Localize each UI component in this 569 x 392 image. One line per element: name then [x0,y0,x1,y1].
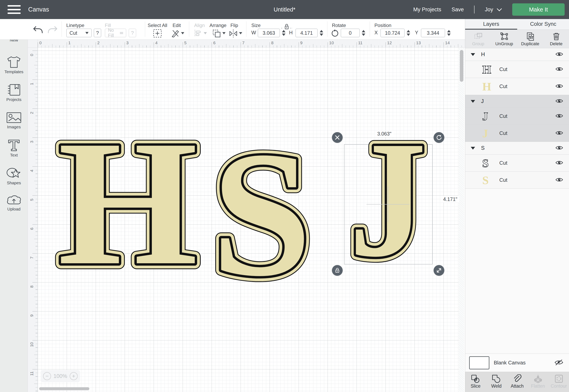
x-stepper[interactable] [405,28,412,37]
group-icon [474,32,483,41]
x-input[interactable]: 10.724 [380,28,405,37]
select-all-icon[interactable] [153,29,162,38]
sidebar-item-images[interactable]: Images [0,112,28,129]
height-stepper[interactable] [318,28,325,37]
width-input[interactable]: 3.063 [258,28,280,37]
arrange-icon[interactable] [212,29,221,38]
fill-value: No Fill [108,28,120,38]
layer-row-H-outline[interactable]: HCut [465,61,569,78]
layer-row-S-outline[interactable]: SCut [465,154,569,172]
deselect-handle[interactable] [332,132,343,143]
sidebar-item-upload[interactable]: Upload [0,195,28,211]
collapse-triangle-icon[interactable] [471,100,475,103]
weld-button[interactable]: Weld [486,372,507,392]
document-title[interactable]: Untitled* [274,0,295,19]
tab-layers[interactable]: Layers [465,19,517,29]
layer-row-H-fill[interactable]: HCut [465,78,569,95]
delete-button[interactable]: Delete [543,30,569,48]
machine-selector[interactable]: Joy [485,7,501,13]
sidebar-item-shapes[interactable]: Shapes [0,167,28,185]
resize-handle[interactable] [434,265,444,276]
eye-icon[interactable] [555,98,563,105]
eye-icon[interactable] [555,83,563,90]
eye-icon[interactable] [555,177,563,183]
text-icon [7,139,20,152]
layer-row-J-fill[interactable]: JCut [465,125,569,142]
eye-icon[interactable] [555,130,563,137]
sidebar-item-projects[interactable]: Projects [0,84,28,102]
save-link[interactable]: Save [452,7,464,13]
edit-caret-icon[interactable] [181,32,184,34]
rotate-stepper[interactable] [360,28,367,37]
x-label: X [374,30,378,36]
eye-icon[interactable] [555,51,563,58]
flip-icon[interactable] [229,29,238,38]
svg-text:S: S [482,157,489,170]
zoom-in-button[interactable]: + [70,372,78,380]
menu-icon[interactable] [8,5,21,14]
vertical-scrollbar-thumb[interactable] [460,50,463,82]
eye-icon[interactable] [555,113,563,119]
layer-linetype-label: Cut [499,83,507,89]
align-caret-icon[interactable] [204,32,207,34]
canvas-color-swatch[interactable] [469,356,489,369]
fill-help-button[interactable]: ? [129,28,136,37]
height-input[interactable]: 4.171 [295,28,318,37]
linetype-dropdown[interactable]: Cut [66,28,92,37]
eye-icon[interactable] [555,160,563,166]
arrange-caret-icon[interactable] [222,32,226,34]
layer-group-header-H[interactable]: H [465,48,569,61]
group-button[interactable]: Group [465,30,491,48]
align-icon[interactable] [194,29,203,37]
ruler-number: 6 [29,225,35,233]
make-it-button[interactable]: Make It [512,3,565,16]
linetype-label: Linetype [66,23,84,28]
flatten-button[interactable]: Flatten [527,372,548,392]
toolbar-divider [61,21,62,37]
size-lock-icon[interactable] [281,23,293,30]
undo-icon[interactable] [33,26,43,34]
collapse-triangle-icon[interactable] [471,53,475,56]
rotate-input[interactable]: 0 [341,28,360,37]
duplicate-button[interactable]: Duplicate [517,30,543,48]
edit-icon[interactable] [171,29,180,38]
tab-color-sync[interactable]: Color Sync [517,19,569,29]
attach-button[interactable]: Attach [507,372,528,392]
redo-icon[interactable] [47,26,58,34]
eye-icon[interactable] [555,66,563,73]
vertical-scrollbar-track[interactable] [459,48,464,392]
rotate-handle[interactable] [434,132,444,143]
layer-row-J-outline[interactable]: JCut [465,108,569,125]
layer-group-header-S[interactable]: S [465,142,569,154]
flip-caret-icon[interactable] [239,32,242,34]
rotate-icon[interactable] [331,29,339,37]
eye-icon[interactable] [555,145,563,151]
y-input[interactable]: 3.344 [421,28,445,37]
ungroup-button[interactable]: UnGroup [491,30,517,48]
layer-linetype-label: Cut [499,130,507,136]
my-projects-link[interactable]: My Projects [413,7,441,13]
flatten-icon [533,374,543,383]
contour-button[interactable]: Contour [548,372,569,392]
zoom-out-button[interactable]: − [43,372,51,380]
blank-canvas-row[interactable]: Blank Canvas [465,353,569,372]
fill-dropdown[interactable]: No Fill [105,28,126,37]
layer-actions: Group UnGroup Duplicate Delete [465,30,569,48]
y-stepper[interactable] [446,28,452,37]
layer-row-S-fill[interactable]: SCut [465,172,569,189]
sidebar-item-templates[interactable]: Templates [0,56,28,74]
design-canvas[interactable]: 01234567891011121314 01234567891011 HHHH… [28,40,465,392]
eye-slash-icon[interactable] [554,359,563,366]
slice-button[interactable]: Slice [465,372,486,392]
horizontal-scrollbar-thumb[interactable] [39,387,89,390]
layer-thumbnail-fill: S [481,173,494,187]
lock-handle[interactable] [332,265,343,276]
collapse-triangle-icon[interactable] [471,147,475,150]
sidebar-item-text[interactable]: Text [0,139,28,157]
sidebar-item-label: Text [0,153,28,157]
layer-group-header-J[interactable]: J [465,95,569,108]
caret-down-icon [120,32,123,34]
ruler-number: 10 [29,341,35,349]
weld-icon [492,374,501,383]
linetype-help-button[interactable]: ? [94,28,101,37]
